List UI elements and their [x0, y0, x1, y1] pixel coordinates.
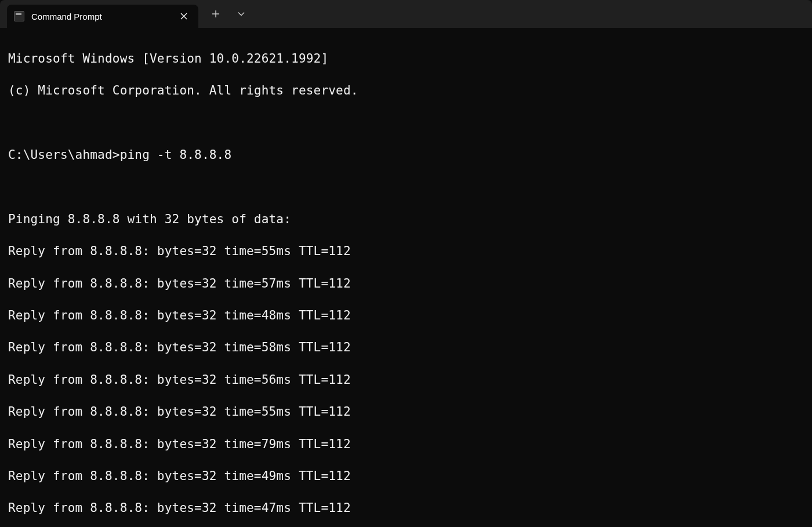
plus-icon: [212, 10, 219, 17]
titlebar: Command Prompt: [0, 0, 812, 28]
tab-command-prompt[interactable]: Command Prompt: [7, 5, 198, 28]
ping-reply: Reply from 8.8.8.8: bytes=32 time=58ms T…: [8, 340, 804, 356]
new-tab-button[interactable]: [203, 2, 229, 26]
ping-reply: Reply from 8.8.8.8: bytes=32 time=55ms T…: [8, 243, 804, 260]
close-icon: [180, 13, 187, 20]
chevron-down-icon: [238, 12, 245, 16]
command-text: ping -t 8.8.8.8: [120, 148, 232, 162]
blank-line: [8, 179, 804, 195]
ping-reply: Reply from 8.8.8.8: bytes=32 time=56ms T…: [8, 372, 804, 388]
ping-reply: Reply from 8.8.8.8: bytes=32 time=79ms T…: [8, 437, 804, 453]
ping-header: Pinging 8.8.8.8 with 32 bytes of data:: [8, 212, 804, 228]
tab-title: Command Prompt: [31, 12, 177, 21]
tab-dropdown-button[interactable]: [229, 2, 254, 26]
ping-reply: Reply from 8.8.8.8: bytes=32 time=57ms T…: [8, 276, 804, 292]
blank-line: [8, 115, 804, 132]
ping-reply: Reply from 8.8.8.8: bytes=32 time=49ms T…: [8, 468, 804, 485]
titlebar-actions: [203, 0, 254, 28]
ping-reply: Reply from 8.8.8.8: bytes=32 time=55ms T…: [8, 404, 804, 420]
os-version-line: Microsoft Windows [Version 10.0.22621.19…: [8, 51, 804, 67]
terminal-output[interactable]: Microsoft Windows [Version 10.0.22621.19…: [0, 28, 812, 527]
command-line: C:\Users\ahmad>ping -t 8.8.8.8: [8, 147, 804, 163]
prompt-path: C:\Users\ahmad>: [8, 148, 120, 162]
terminal-icon: [14, 11, 24, 21]
copyright-line: (c) Microsoft Corporation. All rights re…: [8, 83, 804, 99]
close-tab-button[interactable]: [177, 10, 190, 23]
ping-reply: Reply from 8.8.8.8: bytes=32 time=47ms T…: [8, 500, 804, 517]
ping-reply: Reply from 8.8.8.8: bytes=32 time=48ms T…: [8, 308, 804, 324]
